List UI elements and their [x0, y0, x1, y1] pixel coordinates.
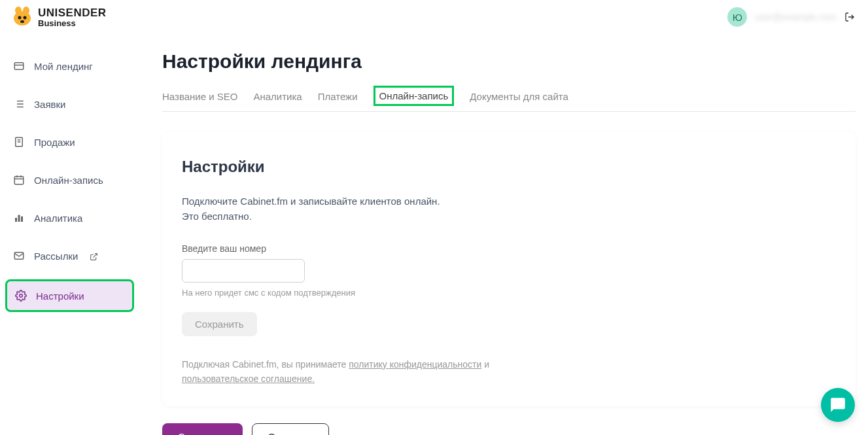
- logo[interactable]: UNISENDER Business: [12, 7, 107, 27]
- sidebar-item-label: Аналитика: [34, 213, 82, 224]
- gear-icon: [15, 290, 27, 302]
- svg-point-4: [24, 16, 27, 20]
- svg-rect-21: [15, 218, 17, 222]
- sidebar-item-label: Продажи: [34, 137, 75, 148]
- calendar-icon: [13, 174, 25, 186]
- phone-field-hint: На него придет смс с кодом подтверждения: [182, 288, 836, 298]
- sidebar: Мой лендинг Заявки Продажи Онлайн-запись: [0, 34, 139, 435]
- terms-link[interactable]: пользовательское соглашение.: [182, 374, 315, 384]
- svg-rect-17: [14, 177, 24, 184]
- sidebar-item-landing[interactable]: Мой лендинг: [5, 52, 134, 80]
- user-email: user@example.com: [755, 12, 837, 22]
- privacy-link[interactable]: политику конфиденциальности: [349, 359, 481, 370]
- chart-icon: [13, 212, 25, 224]
- svg-point-25: [20, 294, 23, 298]
- settings-card: Настройки Подключите Cabinet.fm и записы…: [162, 131, 856, 406]
- sidebar-item-label: Мой лендинг: [34, 61, 93, 72]
- card-title: Настройки: [182, 158, 836, 176]
- save-phone-button[interactable]: Сохранить: [182, 312, 257, 336]
- external-link-icon: [90, 252, 98, 260]
- tab-booking[interactable]: Онлайн-запись: [373, 86, 455, 106]
- svg-point-1: [15, 7, 22, 14]
- sidebar-item-booking[interactable]: Онлайн-запись: [5, 165, 134, 194]
- sidebar-item-sales[interactable]: Продажи: [5, 128, 134, 156]
- page-title: Настройки лендинга: [162, 50, 868, 73]
- svg-point-2: [23, 7, 29, 14]
- svg-rect-23: [21, 217, 23, 222]
- header: UNISENDER Business Ю user@example.com: [0, 0, 868, 34]
- logo-sub: Business: [38, 19, 107, 27]
- phone-field-label: Введите ваш номер: [182, 243, 836, 254]
- sidebar-item-label: Настройки: [36, 290, 84, 302]
- chat-bubble[interactable]: [821, 388, 855, 422]
- landing-icon: [13, 60, 25, 72]
- sidebar-item-label: Онлайн-запись: [34, 175, 103, 186]
- card-description: Подключите Cabinet.fm и записывайте клие…: [182, 194, 836, 224]
- main-content: Настройки лендинга Название и SEO Аналит…: [139, 34, 868, 435]
- save-button[interactable]: Сохранить: [162, 423, 243, 435]
- tab-analytics[interactable]: Аналитика: [253, 91, 302, 111]
- header-right: Ю user@example.com: [727, 7, 855, 27]
- tab-name-seo[interactable]: Название и SEO: [162, 91, 237, 111]
- svg-point-3: [18, 16, 22, 20]
- phone-input[interactable]: [182, 259, 305, 283]
- list-icon: [13, 98, 25, 110]
- sidebar-item-requests[interactable]: Заявки: [5, 90, 134, 118]
- tab-documents[interactable]: Документы для сайта: [470, 91, 568, 111]
- sidebar-item-settings[interactable]: Настройки: [5, 279, 134, 312]
- logout-icon[interactable]: [844, 12, 855, 22]
- tabs: Название и SEO Аналитика Платежи Онлайн-…: [162, 91, 856, 112]
- logo-icon: [12, 7, 33, 27]
- cancel-button[interactable]: Отменить: [252, 423, 330, 435]
- sidebar-item-label: Рассылки: [34, 251, 78, 262]
- sidebar-item-label: Заявки: [34, 99, 65, 110]
- svg-point-5: [20, 20, 24, 23]
- tab-payments[interactable]: Платежи: [318, 91, 358, 111]
- mail-icon: [13, 250, 25, 262]
- sidebar-item-mailings[interactable]: Рассылки: [5, 241, 134, 270]
- svg-rect-6: [14, 63, 24, 70]
- svg-rect-22: [18, 215, 20, 222]
- receipt-icon: [13, 136, 25, 148]
- logo-brand: UNISENDER: [38, 7, 107, 18]
- avatar[interactable]: Ю: [727, 7, 747, 27]
- sidebar-item-analytics[interactable]: Аналитика: [5, 203, 134, 232]
- legal-text: Подключая Cabinet.fm, вы принимаете поли…: [182, 357, 836, 387]
- footer-buttons: Сохранить Отменить: [162, 423, 868, 435]
